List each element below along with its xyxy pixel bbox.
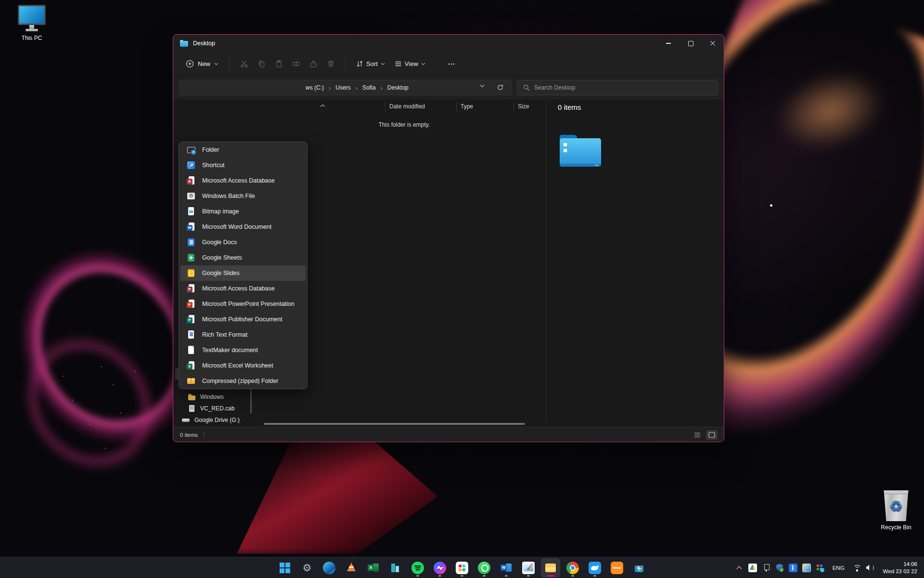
context-menu-item[interactable]: TextMaker document — [180, 342, 306, 358]
tray-icon — [802, 564, 811, 572]
address-dropdown-chevron-icon[interactable] — [480, 84, 485, 88]
taskbar-app[interactable] — [297, 558, 317, 578]
view-button[interactable]: View — [390, 57, 430, 70]
taskbar-app-icon — [566, 562, 579, 574]
this-pc-label: This PC — [7, 35, 57, 41]
menu-item-label: Windows Batch File — [202, 193, 255, 199]
taskbar-app[interactable] — [563, 558, 582, 578]
taskbar-app-icon — [389, 562, 402, 574]
paste-button[interactable] — [270, 56, 287, 72]
title-bar[interactable]: Desktop — [173, 35, 724, 52]
close-button[interactable] — [702, 35, 724, 52]
refresh-icon[interactable] — [497, 84, 504, 91]
sidebar-item[interactable]: VC_RED.cab — [175, 403, 250, 414]
menu-item-label: TextMaker document — [202, 347, 258, 354]
large-thumbnails-view-toggle[interactable] — [706, 431, 717, 439]
taskbar-app-icon — [411, 562, 424, 574]
tray-icon-button[interactable] — [773, 560, 786, 576]
breadcrumb-item[interactable]: ws (C:) — [304, 83, 326, 92]
column-header-type[interactable]: Type — [461, 103, 473, 110]
address-bar[interactable]: ws (C:) › Users › Sofia › Desktop › — [179, 80, 512, 95]
chevron-down-icon — [381, 63, 385, 66]
context-menu-item[interactable]: Bitmap image — [180, 204, 306, 219]
folder-thumbnail — [560, 135, 601, 167]
context-menu-item[interactable]: Microsoft Publisher Document — [180, 312, 306, 327]
column-divider[interactable] — [513, 102, 514, 112]
context-menu-item[interactable]: Windows Batch File — [180, 188, 306, 204]
context-menu-item[interactable]: Shortcut — [180, 158, 306, 173]
tray-icon-button[interactable] — [759, 560, 773, 576]
new-button[interactable]: New — [181, 57, 223, 71]
context-menu-item[interactable]: Folder — [180, 142, 306, 158]
taskbar-app[interactable] — [320, 558, 339, 578]
column-header-size[interactable]: Size — [518, 103, 529, 110]
status-icon-button[interactable] — [850, 560, 864, 576]
details-view-toggle[interactable] — [692, 431, 703, 439]
preview-item-count: 0 items — [558, 103, 581, 111]
context-menu-item[interactable]: Google Docs — [180, 235, 306, 250]
status-icon-button[interactable] — [864, 560, 877, 576]
tray-icon-button[interactable] — [732, 560, 746, 576]
taskbar-app[interactable] — [541, 558, 560, 578]
context-menu-item[interactable]: Microsoft Word Document — [180, 219, 306, 235]
share-button[interactable] — [305, 56, 322, 72]
menu-item-label: Shortcut — [202, 162, 225, 169]
context-menu-item[interactable]: Microsoft Access Database — [180, 173, 306, 188]
taskbar: imou — [0, 557, 924, 578]
status-icon — [853, 564, 861, 572]
taskbar-app[interactable] — [452, 558, 472, 578]
search-box[interactable] — [517, 80, 718, 95]
taskbar-app[interactable] — [519, 558, 538, 578]
cut-button[interactable] — [235, 56, 253, 72]
column-divider[interactable] — [456, 102, 457, 112]
tray-icon-button[interactable] — [813, 560, 827, 576]
rename-button[interactable] — [287, 56, 305, 72]
context-menu-item[interactable]: Microsoft PowerPoint Presentation — [180, 296, 306, 312]
sort-ascending-caret-icon[interactable] — [320, 104, 325, 107]
tray-icon-button[interactable] — [746, 560, 759, 576]
taskbar-app[interactable] — [475, 558, 494, 578]
column-header-date-modified[interactable]: Date modified — [389, 103, 425, 110]
desktop-icon-this-pc[interactable]: This PC — [7, 5, 57, 41]
tray-icon-button[interactable] — [800, 560, 813, 576]
taskbar-app[interactable] — [386, 558, 405, 578]
language-indicator[interactable]: ENG — [829, 565, 848, 571]
status-item-count: 0 items — [180, 432, 204, 438]
taskbar-app[interactable] — [497, 558, 516, 578]
sidebar-item[interactable]: Google Drive (G:) — [175, 414, 250, 426]
context-menu-item[interactable]: Google Slides — [180, 265, 306, 281]
breadcrumb-item[interactable]: Sofia — [360, 83, 377, 92]
wallpaper-stars — [101, 366, 102, 367]
taskbar-app[interactable]: imou — [607, 558, 627, 578]
sidebar-item[interactable]: Windows — [175, 391, 250, 403]
taskbar-app[interactable] — [408, 558, 427, 578]
more-options-button[interactable] — [443, 56, 460, 72]
taskbar-app[interactable] — [275, 558, 295, 578]
taskbar-app[interactable] — [430, 558, 449, 578]
horizontal-scrollbar[interactable] — [264, 423, 525, 425]
desktop-icon-recycle-bin[interactable]: Recycle Bin — [871, 490, 921, 531]
taskbar-clock[interactable]: 14:06 Wed 23 03 22 — [879, 561, 920, 575]
context-menu-item[interactable]: Rich Text Format — [180, 327, 306, 342]
clock-time: 14:06 — [883, 561, 917, 568]
context-menu-item[interactable]: Microsoft Excel Worksheet — [180, 358, 306, 373]
taskbar-app[interactable] — [629, 558, 649, 578]
explorer-content: Date modified Type Size This folder is e… — [173, 99, 724, 427]
column-divider[interactable] — [385, 102, 385, 112]
taskbar-app[interactable] — [585, 558, 604, 578]
context-menu-item[interactable]: Google Sheets — [180, 250, 306, 265]
breadcrumb-item[interactable]: Users — [334, 83, 352, 92]
maximize-button[interactable] — [680, 35, 702, 52]
empty-folder-message: This folder is empty. — [361, 121, 448, 128]
context-menu-item[interactable]: Compressed (zipped) Folder — [180, 373, 306, 389]
search-input[interactable] — [534, 84, 712, 91]
copy-button[interactable] — [253, 56, 270, 72]
context-menu-item[interactable]: Microsoft Access Database — [180, 281, 306, 296]
taskbar-app[interactable] — [342, 558, 361, 578]
tray-icon-button[interactable] — [786, 560, 800, 576]
delete-button[interactable] — [322, 56, 339, 72]
sort-button[interactable]: Sort — [351, 57, 390, 70]
minimize-button[interactable] — [657, 35, 680, 52]
taskbar-app[interactable] — [364, 558, 383, 578]
breadcrumb-item[interactable]: Desktop — [385, 83, 411, 92]
